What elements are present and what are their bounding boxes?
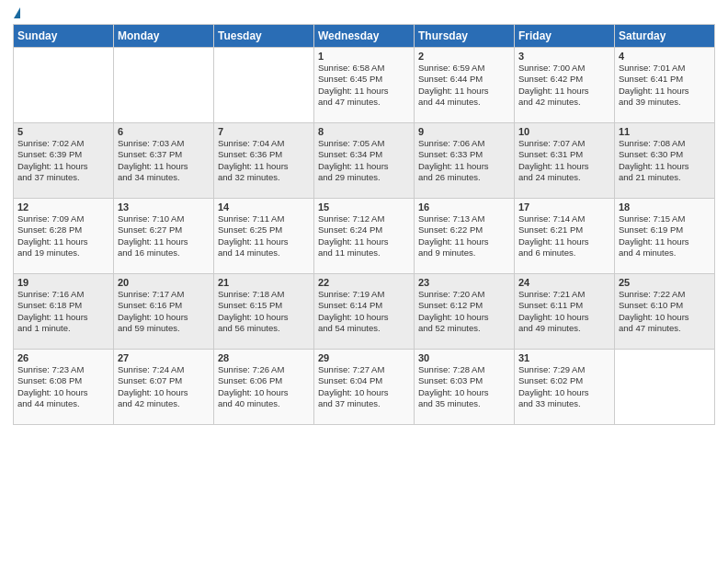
calendar-cell: 7Sunrise: 7:04 AMSunset: 6:36 PMDaylight… [214,123,314,199]
page-container: SundayMondayTuesdayWednesdayThursdayFrid… [0,0,728,432]
day-number: 21 [218,277,310,288]
day-info-line: and 35 minutes. [418,398,510,409]
day-number: 17 [518,201,610,213]
day-info-line: Sunrise: 7:26 AM [218,364,310,375]
day-info-line: Sunset: 6:03 PM [418,375,510,386]
day-info-line: and 6 minutes. [518,247,610,259]
day-number: 11 [619,126,711,137]
day-number: 26 [17,352,109,363]
day-info-line: and 34 minutes. [118,172,210,183]
day-info-line: Sunset: 6:22 PM [418,224,510,236]
day-number: 9 [418,126,510,137]
week-row-3: 12Sunrise: 7:09 AMSunset: 6:28 PMDayligh… [14,199,715,274]
day-info-line: Daylight: 11 hours [318,86,410,97]
calendar-cell: 23Sunrise: 7:20 AMSunset: 6:12 PMDayligh… [415,274,515,350]
day-info-line: Daylight: 11 hours [418,236,510,247]
day-info-line: Sunset: 6:02 PM [518,375,610,386]
day-info-line: Sunset: 6:42 PM [518,74,610,85]
day-number: 10 [518,126,610,137]
day-info-line: and 21 minutes. [619,172,711,183]
day-info-line: and 32 minutes. [218,172,310,183]
day-info-line: Daylight: 11 hours [619,86,711,97]
day-info-line: and 29 minutes. [318,172,410,183]
calendar-cell [615,350,715,425]
day-number: 29 [318,352,410,363]
day-info-line: Sunset: 6:15 PM [218,300,310,311]
day-info-line: Daylight: 11 hours [17,312,109,323]
day-number: 3 [518,51,610,62]
calendar-cell [14,48,114,123]
day-info-line: Sunrise: 7:28 AM [418,364,510,375]
day-info-line: and 9 minutes. [418,247,510,259]
day-number: 8 [318,126,410,137]
day-info-line: Sunset: 6:27 PM [118,224,210,236]
day-number: 5 [17,126,109,137]
day-info-line: Daylight: 10 hours [17,387,109,398]
day-info-line: Sunset: 6:34 PM [318,149,410,160]
day-info-line: Sunset: 6:11 PM [518,300,610,311]
day-number: 28 [218,352,310,363]
day-info-line: Sunrise: 7:11 AM [218,213,310,224]
day-info-line: Daylight: 11 hours [218,161,310,172]
day-info-line: Daylight: 10 hours [318,312,410,323]
weekday-header-sunday: Sunday [14,25,114,48]
day-number: 30 [418,352,510,363]
day-info-line: Sunrise: 7:27 AM [318,364,410,375]
calendar-cell: 15Sunrise: 7:12 AMSunset: 6:24 PMDayligh… [314,199,415,274]
calendar-cell: 28Sunrise: 7:26 AMSunset: 6:06 PMDayligh… [214,350,314,425]
day-info-line: Sunrise: 7:02 AM [17,138,109,149]
day-info-line: Daylight: 11 hours [118,236,210,247]
calendar-cell: 11Sunrise: 7:08 AMSunset: 6:30 PMDayligh… [615,123,715,199]
day-info-line: Daylight: 10 hours [518,387,610,398]
day-info-line: Sunrise: 7:29 AM [518,364,610,375]
day-number: 31 [518,352,610,363]
day-info-line: Sunset: 6:41 PM [619,74,711,85]
day-number: 22 [318,277,410,288]
day-info-line: Sunrise: 7:14 AM [518,213,610,224]
day-info-line: Daylight: 11 hours [318,161,410,172]
day-info-line: Sunrise: 7:03 AM [118,138,210,149]
day-info-line: Daylight: 11 hours [318,236,410,247]
day-info-line: and 33 minutes. [518,398,610,409]
weekday-header-wednesday: Wednesday [314,25,415,48]
day-info-line: Sunset: 6:30 PM [619,149,711,160]
day-info-line: Daylight: 10 hours [518,312,610,323]
day-info-line: Daylight: 11 hours [17,161,109,172]
day-info-line: Daylight: 11 hours [17,236,109,247]
day-info-line: and 44 minutes. [418,97,510,108]
day-info-line: Sunrise: 7:09 AM [17,213,109,224]
day-info-line: Sunset: 6:39 PM [17,149,109,160]
calendar-cell: 10Sunrise: 7:07 AMSunset: 6:31 PMDayligh… [515,123,615,199]
week-row-4: 19Sunrise: 7:16 AMSunset: 6:18 PMDayligh… [14,274,715,350]
day-info-line: Sunset: 6:06 PM [218,375,310,386]
calendar-cell: 5Sunrise: 7:02 AMSunset: 6:39 PMDaylight… [14,123,114,199]
day-info-line: Sunset: 6:28 PM [17,224,109,236]
day-number: 23 [418,277,510,288]
day-info-line: Daylight: 11 hours [619,236,711,247]
day-number: 15 [318,201,410,213]
day-info-line: Sunrise: 7:17 AM [118,289,210,300]
day-info-line: Sunset: 6:10 PM [619,300,711,311]
day-info-line: Sunset: 6:45 PM [318,74,410,85]
day-info-line: Daylight: 11 hours [518,86,610,97]
day-number: 2 [418,51,510,62]
calendar-cell: 22Sunrise: 7:19 AMSunset: 6:14 PMDayligh… [314,274,415,350]
day-info-line: Sunrise: 7:18 AM [218,289,310,300]
calendar-cell: 26Sunrise: 7:23 AMSunset: 6:08 PMDayligh… [14,350,114,425]
day-info-line: Sunset: 6:08 PM [17,375,109,386]
day-info-line: and 42 minutes. [518,97,610,108]
calendar-cell: 16Sunrise: 7:13 AMSunset: 6:22 PMDayligh… [415,199,515,274]
day-info-line: Sunset: 6:04 PM [318,375,410,386]
day-number: 20 [118,277,210,288]
day-info-line: and 1 minute. [17,323,109,334]
day-info-line: Sunrise: 6:59 AM [418,63,510,74]
calendar-cell [114,48,214,123]
calendar-cell: 13Sunrise: 7:10 AMSunset: 6:27 PMDayligh… [114,199,214,274]
calendar-cell: 27Sunrise: 7:24 AMSunset: 6:07 PMDayligh… [114,350,214,425]
day-info-line: and 47 minutes. [318,97,410,108]
day-info-line: Sunrise: 6:58 AM [318,63,410,74]
day-info-line: Sunset: 6:07 PM [118,375,210,386]
day-info-line: Sunrise: 7:06 AM [418,138,510,149]
day-number: 27 [118,352,210,363]
day-number: 1 [318,51,410,62]
